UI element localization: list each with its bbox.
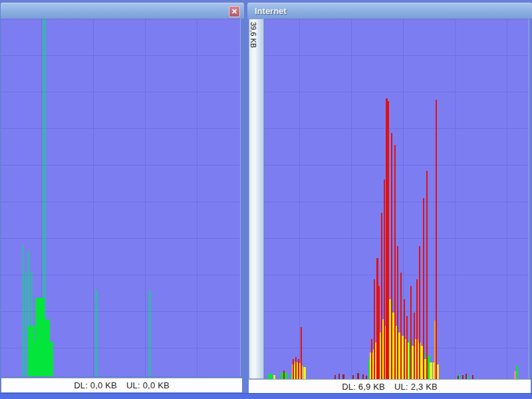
traffic-bar: [423, 198, 424, 379]
window-bottom-edge: [0, 393, 532, 399]
close-icon: ✕: [231, 7, 237, 15]
traffic-bar: [378, 286, 380, 379]
title-bar: Internet: [247, 3, 532, 19]
y-axis-max-label: 39,6 KB: [249, 19, 259, 48]
traffic-bar: [416, 279, 418, 379]
traffic-bar: [459, 374, 460, 379]
traffic-bar: [397, 246, 398, 379]
traffic-bar: [295, 357, 297, 379]
status-bar: DL: 0,0 KBUL: 0,0 KB: [1, 378, 242, 392]
traffic-bar: [28, 326, 35, 376]
traffic-bar: [400, 273, 402, 379]
traffic-bar: [436, 100, 437, 379]
traffic-bar: [44, 319, 50, 376]
traffic-bar: [388, 101, 389, 379]
traffic-bar: [303, 367, 306, 379]
traffic-bar: [404, 299, 405, 379]
traffic-bar: [419, 246, 420, 379]
title-bar: ✕: [1, 3, 244, 19]
traffic-bar: [301, 327, 302, 379]
traffic-bar: [35, 298, 45, 376]
traffic-bar: [342, 374, 344, 379]
traffic-bar: [406, 316, 408, 379]
status-bar: DL: 6,9 KBUL: 2,3 KB: [249, 379, 531, 394]
traffic-bar: [466, 374, 467, 379]
traffic-bar: [357, 373, 359, 379]
traffic-bar: [394, 145, 396, 379]
traffic-bar: [293, 359, 294, 379]
traffic-bar: [22, 245, 24, 376]
traffic-bar: [410, 286, 412, 379]
traffic-bar: [338, 374, 340, 379]
traffic-bar: [95, 290, 98, 376]
traffic-bar: [426, 171, 428, 379]
upload-value: UL: 0,0 KB: [126, 380, 170, 390]
traffic-panel-left: ✕ DL: 0,0 KBUL: 0,0 KB: [0, 0, 245, 399]
traffic-panel-internet: Internet 39,6 KB DL: 6,9 KBUL: 2,3 KB: [247, 0, 532, 399]
download-value: DL: 0,0 KB: [74, 380, 117, 390]
y-axis-strip: 39,6 KB: [249, 19, 264, 379]
traffic-bar: [374, 279, 375, 379]
traffic-bar: [391, 133, 392, 379]
traffic-graph-internet: [265, 19, 529, 379]
traffic-bar: [414, 313, 415, 379]
traffic-bar: [516, 366, 518, 379]
traffic-bar: [384, 180, 385, 379]
close-button[interactable]: ✕: [229, 6, 240, 17]
traffic-bar: [362, 374, 364, 379]
traffic-bar: [381, 213, 382, 379]
traffic-bar: [148, 291, 151, 376]
download-value: DL: 6,9 KB: [342, 382, 385, 392]
traffic-bar: [298, 359, 299, 379]
traffic-bar: [437, 364, 439, 379]
traffic-graph-left: [1, 19, 241, 376]
panel-title: Internet: [247, 3, 532, 19]
traffic-bar: [283, 370, 285, 379]
traffic-bar: [25, 273, 27, 376]
upload-value: UL: 2,3 KB: [394, 382, 438, 392]
traffic-bar: [268, 374, 273, 379]
traffic-bar: [371, 339, 372, 379]
traffic-bar: [430, 362, 432, 379]
